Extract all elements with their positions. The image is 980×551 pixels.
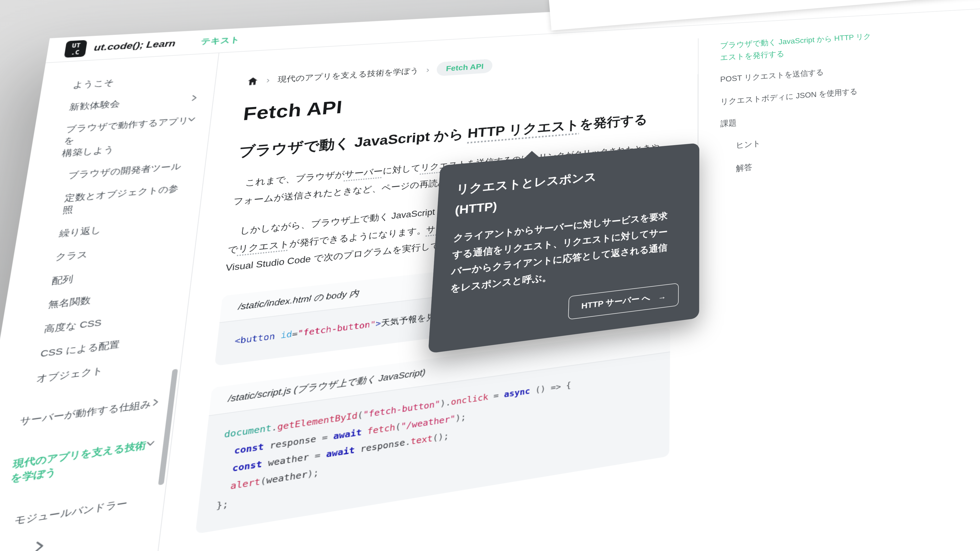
utcode-logo[interactable]: UT .C (64, 40, 88, 58)
sidebar-item-label: ブラウザの開発者ツール (68, 161, 182, 180)
nav-link-text[interactable]: テキスト (200, 35, 240, 47)
toc-list: ブラウザで動く JavaScript から HTTP リクエストを発行するPOS… (720, 28, 918, 176)
logo-line-2: .C (70, 49, 80, 56)
tooltip-arrow (524, 150, 540, 159)
sidebar-item-label: 無名関数 (48, 295, 92, 310)
code-token: fetch (367, 422, 396, 436)
code-token: = (488, 390, 504, 402)
chevron-right-icon (150, 397, 162, 408)
chevron-right-icon (189, 94, 200, 102)
breadcrumb-separator: › (426, 65, 430, 75)
term-tooltip: リクエストとレスポンス (HTTP) クライアントからサーバーに対しサービスを要… (428, 143, 699, 354)
code-token: document (224, 423, 272, 440)
toc-item[interactable]: リクエストボディに JSON を使用する (720, 81, 914, 108)
sidebar-item-label: 定数とオブジェクトの参照 (62, 183, 179, 215)
tooltip-title-line1: リクエストとレスポンス (456, 170, 597, 196)
sidebar-item-label: クラス (55, 249, 89, 262)
sidebar-item[interactable]: 現代のアプリを支える技術を学ぼう (9, 429, 173, 492)
toc-item[interactable]: ブラウザで動く JavaScript から HTTP リクエストを発行する (720, 28, 912, 64)
sidebar-item-label: CSS による配置 (40, 339, 121, 359)
code-token: ); (307, 468, 319, 479)
code-token: const (232, 459, 262, 473)
paragraph-text: に対して (383, 163, 421, 176)
sidebar-item-label: ようこそ (72, 78, 115, 89)
breadcrumb-separator: › (266, 75, 270, 85)
app-page: UT .C ut.code(); Learn テキスト ようこそ新歓体験会ブラウ… (0, 0, 980, 551)
code-token: > (375, 319, 382, 329)
breadcrumb-current[interactable]: Fetch API (436, 59, 493, 76)
sidebar-item-label: 高度な CSS (44, 317, 102, 334)
sidebar-item-label: 現代のアプリを支える技術を学ぼう (10, 440, 147, 484)
code-token: await (333, 427, 362, 441)
code-token: async (504, 386, 530, 400)
logo-line-1: UT (72, 42, 81, 49)
screenshot-frame: ut.code(); UT .C ut.code(); Learn テキスト よ… (0, 0, 980, 551)
tooltip-title-line2: (HTTP) (455, 199, 497, 217)
sidebar-item[interactable]: モジュールバンドラー (2, 484, 166, 535)
tooltip-http-server-button[interactable]: HTTP サーバー へ → (568, 283, 679, 320)
code-token: onclick (451, 392, 488, 407)
sidebar-item-label: モジュールバンドラー (14, 497, 128, 526)
tooltip-button-label: HTTP サーバー へ (581, 293, 650, 312)
code-token: <button (234, 330, 281, 346)
heading-post: を発行する (579, 112, 648, 131)
sidebar-item-label: サーバーが動作する仕組み (19, 399, 152, 427)
sidebar-item-label: ブラウザで動作するアプリを構築しよう (62, 115, 189, 158)
home-icon[interactable] (247, 76, 259, 86)
term-link[interactable]: サーバー (344, 166, 383, 179)
sidebar-item-label: 配列 (51, 273, 74, 286)
heading-term-link[interactable]: HTTP リクエスト (467, 118, 580, 141)
term-link[interactable]: リクエスト (238, 239, 290, 254)
code-token: = (321, 431, 334, 443)
code-token: () => { (530, 381, 571, 395)
chevron-down-icon (145, 438, 156, 449)
code-token: text (410, 433, 433, 446)
code-token: "fetch-button" (298, 319, 376, 338)
code-token: id (280, 329, 293, 340)
sidebar-collapse-chevron-icon[interactable] (30, 538, 49, 551)
tooltip-body: クライアントからサーバーに対しサービスを要求する通信をリクエスト、リクエストに対… (450, 208, 676, 298)
code-token: ); (455, 412, 466, 423)
code-token: ( (395, 421, 401, 432)
sidebar-item-label: 新歓体験会 (69, 99, 121, 111)
code-token: = (314, 449, 327, 461)
code-token (222, 446, 235, 457)
code-token: await (326, 445, 355, 459)
code-token: alert (230, 476, 261, 491)
toc-item[interactable]: POST リクエストを送信する (720, 60, 913, 86)
arrow-right-icon: → (658, 292, 666, 302)
sidebar-item-label: 繰り返し (59, 224, 102, 238)
code-token (218, 481, 231, 493)
heading-pre: ブラウザで動く JavaScript から (238, 126, 468, 159)
sidebar-item-label: オブジェクト (36, 365, 104, 383)
code-token (220, 463, 233, 475)
code-token: const (234, 441, 264, 456)
code-token: (); (432, 431, 449, 443)
chevron-down-icon (186, 115, 197, 124)
sidebar-item[interactable]: サーバーが動作する仕組み (18, 388, 178, 434)
paragraph-text: これまで、ブラウザが (245, 170, 345, 187)
table-of-contents: ブラウザで動く JavaScript から HTTP リクエストを発行するPOS… (698, 13, 918, 189)
brand-title[interactable]: ut.code(); Learn (94, 38, 177, 53)
code-token: }; (216, 499, 229, 511)
breadcrumb-parent[interactable]: 現代のアプリを支える技術を学ぼう (277, 65, 419, 84)
code-token: weather (266, 469, 308, 486)
code-token: ). (440, 398, 451, 409)
